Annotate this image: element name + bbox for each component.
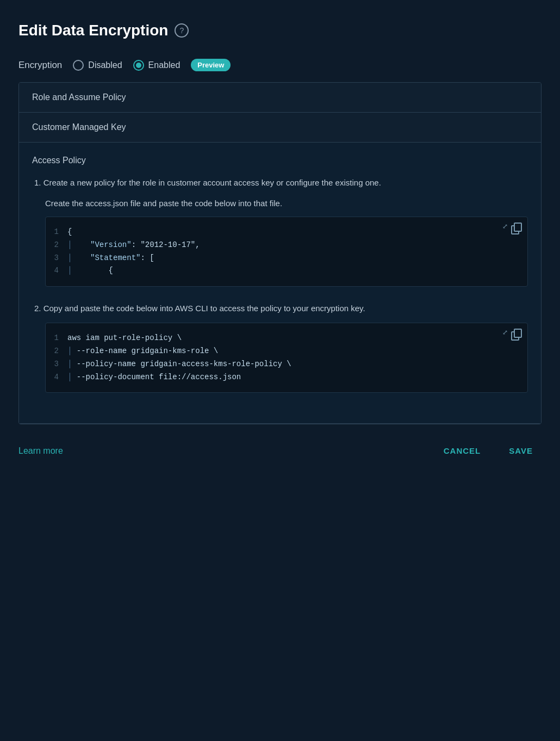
- save-button[interactable]: SAVE: [500, 441, 542, 461]
- encryption-row: Encryption Disabled Enabled Preview: [18, 59, 542, 71]
- step1-body: Create a new policy for the role in cust…: [43, 178, 381, 187]
- code-block-2: ⤢ 1 aws iam put-role-policy \ 2 │ --role…: [45, 323, 528, 393]
- code-line-1-1: 1 {: [46, 226, 519, 239]
- access-policy-title: Access Policy: [32, 156, 528, 165]
- code-line-1-4: 4 │ {: [46, 264, 519, 277]
- radio-enabled[interactable]: Enabled: [133, 60, 181, 71]
- preview-badge: Preview: [191, 59, 231, 71]
- role-policy-section-header[interactable]: Role and Assume Policy: [19, 83, 541, 113]
- copy-button-2[interactable]: [511, 329, 522, 341]
- customer-key-section-header[interactable]: Customer Managed Key: [19, 113, 541, 143]
- code-line-2-1: 1 aws iam put-role-policy \: [46, 332, 519, 345]
- help-icon[interactable]: ?: [175, 23, 189, 38]
- disabled-label: Disabled: [88, 60, 122, 70]
- customer-key-label: Customer Managed Key: [32, 122, 126, 132]
- radio-enabled-circle: [133, 60, 144, 71]
- learn-more-link[interactable]: Learn more: [18, 446, 63, 456]
- role-policy-label: Role and Assume Policy: [32, 92, 126, 102]
- code-block-1: ⤢ 1 { 2 │ "Version": "2012-10-17", 3 │ "…: [45, 217, 528, 287]
- cancel-button[interactable]: CANCEL: [435, 441, 490, 461]
- code-line-2-3: 3 │ --policy-name gridgain-access-kms-ro…: [46, 358, 519, 371]
- sections-container: Role and Assume Policy Customer Managed …: [18, 82, 542, 424]
- code-line-2-2: 2 │ --role-name gridgain-kms-role \: [46, 345, 519, 358]
- encryption-label: Encryption: [18, 60, 62, 71]
- expand-icon-1[interactable]: ⤢: [502, 223, 508, 231]
- footer-buttons: CANCEL SAVE: [435, 441, 542, 461]
- expand-icon-2[interactable]: ⤢: [502, 329, 508, 337]
- page-title: Edit Data Encryption: [18, 22, 168, 39]
- page-title-row: Edit Data Encryption ?: [18, 22, 542, 39]
- code-line-1-2: 2 │ "Version": "2012-10-17",: [46, 239, 519, 252]
- code-line-1-3: 3 │ "Statement": [: [46, 252, 519, 265]
- access-policy-section: Access Policy 1. Create a new policy for…: [19, 143, 541, 424]
- step1-number: 1.: [34, 178, 43, 187]
- step-1: 1. Create a new policy for the role in c…: [32, 176, 528, 287]
- footer-row: Learn more CANCEL SAVE: [18, 424, 542, 477]
- step1-text: 1. Create a new policy for the role in c…: [32, 176, 528, 189]
- code-line-2-4: 4 │ --policy-document file://access.json: [46, 371, 519, 384]
- step2-text: 2. Copy and paste the code below into AW…: [32, 302, 528, 315]
- copy-icon-1: [511, 223, 522, 234]
- step2-number: 2.: [34, 304, 43, 313]
- step1-subtext: Create the access.json file and paste th…: [32, 197, 528, 210]
- radio-disabled[interactable]: Disabled: [73, 60, 122, 71]
- copy-button-1[interactable]: [511, 223, 522, 234]
- step-2: 2. Copy and paste the code below into AW…: [32, 302, 528, 393]
- step2-body: Copy and paste the code below into AWS C…: [43, 304, 365, 313]
- enabled-label: Enabled: [148, 60, 181, 70]
- radio-disabled-circle: [73, 60, 84, 71]
- copy-icon-2: [511, 329, 522, 341]
